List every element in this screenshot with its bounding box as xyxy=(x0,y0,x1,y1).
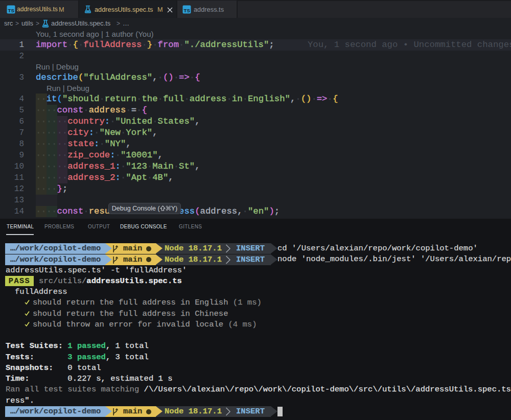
svg-text:TS: TS xyxy=(8,8,15,13)
svg-text:TS: TS xyxy=(184,8,191,13)
